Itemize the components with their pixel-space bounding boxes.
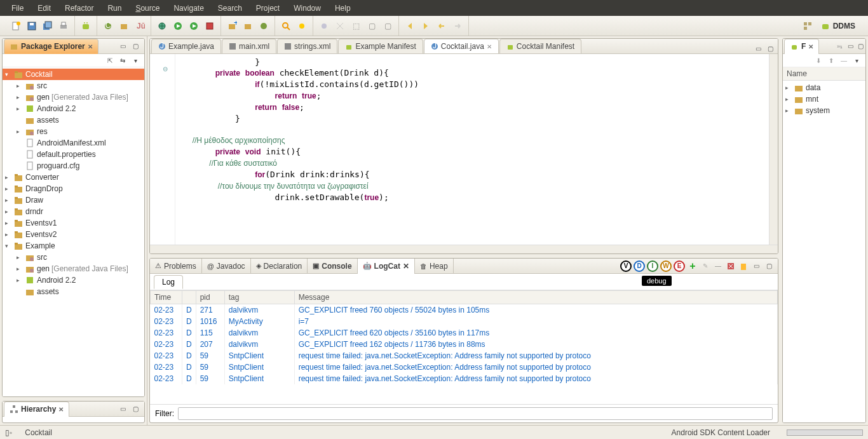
file-explorer-tab[interactable]: F ✕ — [784, 39, 819, 54]
new-project-button[interactable]: + — [225, 19, 239, 33]
tree-node-gen[interactable]: ▸gen [Generated Java Files] — [3, 91, 144, 103]
new-button[interactable] — [9, 19, 23, 33]
external-tools-button[interactable] — [203, 19, 217, 33]
editor-tab-strings-xml[interactable]: strings.xml — [277, 39, 337, 53]
fe-node-data[interactable]: ▸data — [783, 82, 865, 93]
search-button[interactable] — [279, 19, 293, 33]
filter-input[interactable] — [178, 407, 773, 420]
tree-node-eventsv1[interactable]: ▸Eventsv1 — [3, 217, 144, 229]
tree-node-gen[interactable]: ▸gen [Generated Java Files] — [3, 263, 144, 274]
close-icon[interactable]: ✕ — [88, 43, 93, 50]
fe-node-system[interactable]: ▸system — [783, 105, 865, 116]
close-icon[interactable]: ✕ — [808, 43, 813, 50]
bottom-tab-javadoc[interactable]: @Javadoc — [202, 259, 251, 274]
next-button[interactable] — [419, 19, 433, 33]
fold-icon[interactable]: ⊖ — [163, 65, 187, 72]
edit-filter-button[interactable]: ✎ — [700, 261, 710, 271]
annotate-button[interactable] — [295, 19, 309, 33]
link-editor-button[interactable]: ⇆ — [118, 55, 128, 65]
bottom-tab-declaration[interactable]: ◈Declaration — [251, 259, 308, 274]
log-col-pid[interactable]: pid — [196, 291, 224, 304]
log-row[interactable]: 02-23D207dalvikvmGC_EXPLICIT freed 162 o… — [151, 339, 778, 350]
pull-file-button[interactable]: ⬇ — [813, 55, 824, 65]
editor-hscrollbar[interactable] — [150, 245, 778, 253]
menu-edit[interactable]: Edit — [31, 2, 57, 15]
fe-node-mnt[interactable]: ▸mnt — [783, 93, 865, 105]
editor-tab-main-xml[interactable]: main.xml — [222, 39, 276, 53]
tree-node-assets[interactable]: assets — [3, 286, 144, 297]
bottom-tab-heap[interactable]: 🗑Heap — [415, 259, 454, 274]
editor-tab-example-java[interactable]: JExample.java — [151, 39, 221, 53]
mark-button[interactable]: ▢ — [365, 19, 379, 33]
file-explorer-tree[interactable]: ▸data▸mnt▸system — [783, 81, 865, 422]
save-all-button[interactable] — [41, 19, 55, 33]
tree-node-dragndrop[interactable]: ▸DragnDrop — [3, 183, 144, 194]
menu-source[interactable]: Source — [129, 2, 166, 15]
log-col-tag[interactable]: tag — [224, 291, 294, 304]
mark2-button[interactable]: ▢ — [381, 19, 395, 33]
editor-vscrollbar[interactable] — [769, 54, 778, 245]
nav-back-button[interactable] — [435, 19, 449, 33]
log-col-level[interactable] — [182, 291, 196, 304]
log-row[interactable]: 02-23D271dalvikvmGC_EXPLICIT freed 760 o… — [151, 304, 778, 316]
menu-navigate[interactable]: Navigate — [167, 2, 210, 15]
maximize-button[interactable]: ▢ — [855, 41, 865, 51]
package-tree[interactable]: ▾Cocktail▸src▸gen [Generated Java Files]… — [3, 67, 144, 396]
add-filter-button[interactable]: + — [688, 261, 698, 271]
tree-node-cocktail[interactable]: ▾Cocktail — [3, 69, 144, 80]
view-menu-button[interactable]: ▾ — [130, 55, 140, 65]
tree-node-android-2-2[interactable]: ▸Android 2.2 — [3, 274, 144, 286]
run-last-button[interactable] — [187, 19, 201, 33]
tree-node-assets[interactable]: assets — [3, 114, 144, 126]
new-file-button[interactable] — [257, 19, 271, 33]
android-sdk-button[interactable] — [79, 19, 93, 33]
menu-search[interactable]: Search — [212, 2, 248, 15]
minimize-button[interactable]: ▭ — [751, 261, 761, 271]
menu-file[interactable]: File — [5, 2, 30, 15]
tree-node-converter[interactable]: ▸Converter — [3, 172, 144, 183]
new-folder-button[interactable] — [241, 19, 255, 33]
tree-node-androidmanifest-xml[interactable]: AndroidManifest.xml — [3, 137, 144, 149]
bottom-tab-logcat[interactable]: 🤖LogCat ✕ — [358, 259, 415, 274]
tree-node-drndr[interactable]: ▸drndr — [3, 206, 144, 217]
new-package-button[interactable] — [117, 19, 131, 33]
log-row[interactable]: 02-23D1016MyActivityi=7 — [151, 316, 778, 327]
editor-tab-example-manifest[interactable]: Example Manifest — [338, 39, 423, 53]
print-button[interactable] — [57, 19, 71, 33]
log-subtab[interactable]: Log — [154, 275, 183, 289]
close-icon[interactable]: ✕ — [58, 406, 64, 413]
menu-help[interactable]: Help — [329, 2, 357, 15]
log-col-time[interactable]: Time — [151, 291, 182, 304]
log-row[interactable]: 02-23D59SntpClientrequest time failed: j… — [151, 361, 778, 373]
delete-filter-button[interactable]: — — [713, 261, 723, 271]
log-col-message[interactable]: Message — [294, 291, 777, 304]
save-button[interactable] — [25, 19, 39, 33]
code-editor[interactable]: } private boolean checkElement(Drink d){… — [175, 54, 769, 245]
menu-run[interactable]: Run — [101, 2, 128, 15]
tree-node-src[interactable]: ▸src — [3, 80, 144, 91]
export-log-button[interactable] — [738, 261, 749, 271]
log-filter-d[interactable]: D — [634, 260, 645, 272]
nav-forward-button[interactable] — [451, 19, 465, 33]
menu-refactor[interactable]: Refactor — [58, 2, 100, 15]
minimize-button[interactable]: ▭ — [753, 43, 763, 53]
tree-node-draw[interactable]: ▸Draw — [3, 194, 144, 206]
tree-node-example[interactable]: ▾Example — [3, 240, 144, 252]
tree-node-proguard-cfg[interactable]: proguard.cfg — [3, 160, 144, 172]
view-menu-button[interactable]: ▾ — [851, 55, 862, 65]
run-button[interactable] — [171, 19, 185, 33]
collapse-all-button[interactable]: ⇱ — [105, 55, 115, 65]
perspective-ddms[interactable]: DDMS — [817, 20, 859, 32]
back-button[interactable] — [403, 19, 417, 33]
tree-node-res[interactable]: ▸res — [3, 126, 144, 137]
open-type-button[interactable]: Jū — [133, 19, 147, 33]
log-filter-v[interactable]: V — [620, 260, 632, 272]
more-views[interactable]: »₁ — [834, 43, 845, 50]
maximize-button[interactable]: ▢ — [130, 404, 140, 414]
tree-node-eventsv2[interactable]: ▸Eventsv2 — [3, 229, 144, 240]
push-file-button[interactable]: ⬆ — [826, 55, 836, 65]
log-filter-w[interactable]: W — [660, 260, 672, 272]
bottom-tab-problems[interactable]: ⚠Problems — [150, 259, 202, 274]
clear-log-button[interactable] — [726, 261, 736, 271]
package-explorer-tab[interactable]: Package Explorer ✕ — [4, 39, 98, 54]
